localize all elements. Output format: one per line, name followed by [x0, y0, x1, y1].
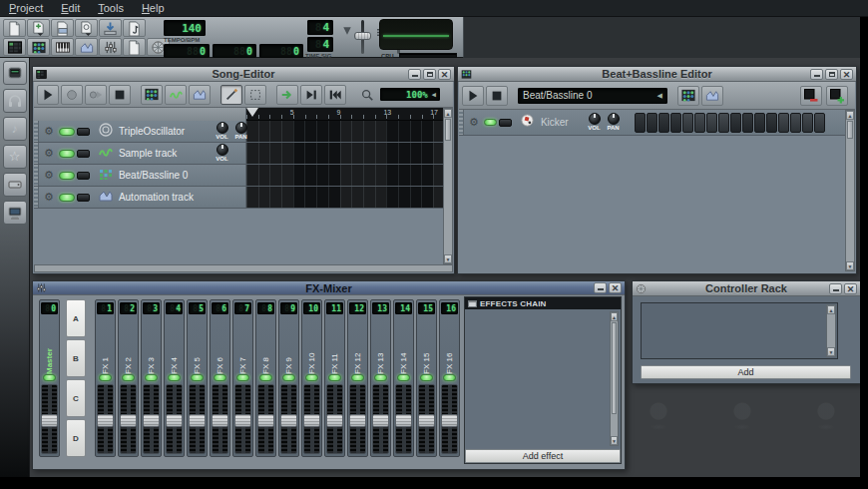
track-name[interactable]: Beat/Bassline 0	[119, 170, 189, 181]
track-grip[interactable]	[34, 143, 39, 164]
beat-step-cell[interactable]	[647, 113, 657, 133]
channel-label[interactable]: FX 5	[193, 318, 202, 374]
vol-knob[interactable]	[589, 113, 601, 125]
beat-step-cell[interactable]	[658, 113, 669, 133]
channel-mute-led[interactable]	[43, 374, 56, 381]
channel-fader[interactable]	[257, 384, 274, 454]
fx-channel-strip[interactable]: 15FX 15	[416, 299, 437, 457]
toggle-project-notes-button[interactable]	[123, 38, 146, 56]
channel-mute-led[interactable]	[305, 374, 318, 381]
fx-channel-strip[interactable]: 11FX 11	[324, 299, 345, 457]
pattern-spinner-icon[interactable]: ◀	[657, 92, 662, 100]
close-button[interactable]: ✕	[438, 69, 451, 80]
minimize-button[interactable]	[408, 69, 421, 80]
record-while-playing-button[interactable]	[85, 85, 107, 105]
close-button[interactable]: ✕	[844, 283, 857, 294]
sidebar-instruments-button[interactable]	[3, 61, 27, 85]
beat-step-cell[interactable]	[682, 113, 693, 133]
play-button[interactable]	[37, 85, 59, 105]
draw-mode-button[interactable]	[220, 85, 242, 105]
channel-mute-led[interactable]	[328, 374, 341, 381]
beat-step-cell[interactable]	[814, 113, 825, 133]
track-gear-icon[interactable]: ⚙	[44, 148, 54, 159]
track-grip[interactable]	[459, 110, 464, 135]
toggle-fx-mixer-button[interactable]	[99, 38, 122, 56]
beat-step-cell[interactable]	[706, 113, 717, 133]
follow-playback-button[interactable]	[276, 85, 298, 105]
track-gear-icon[interactable]: ⚙	[44, 126, 54, 137]
channel-mute-led[interactable]	[236, 374, 249, 381]
controller-list-scrollbar[interactable]: ▲▼	[826, 304, 836, 357]
toggle-song-editor-button[interactable]	[3, 38, 26, 56]
tempo-display[interactable]: 140	[164, 20, 206, 36]
track-gear-icon[interactable]: ⚙	[44, 170, 54, 181]
song-editor-vscrollbar[interactable]: ▲▼	[443, 108, 453, 264]
channel-fader[interactable]	[212, 384, 228, 454]
toggle-bb-editor-button[interactable]	[27, 38, 50, 56]
edit-mode-button[interactable]	[244, 85, 266, 105]
fx-channel-strip[interactable]: 12FX 12	[347, 299, 368, 457]
bb-pattern-selector[interactable]: Beat/Bassline 0 ◀	[518, 88, 667, 104]
beat-step-cell[interactable]	[778, 113, 789, 133]
save-project-button[interactable]	[99, 19, 122, 37]
fx-channel-strip[interactable]: 14FX 14	[393, 299, 414, 457]
beat-step-cell[interactable]	[766, 113, 777, 133]
song-editor-titlebar[interactable]: Song-Editor ✕	[33, 67, 454, 82]
track-name[interactable]: Sample track	[119, 148, 177, 159]
minimize-button[interactable]	[829, 283, 842, 294]
channel-label[interactable]: FX 9	[284, 318, 293, 374]
channel-mute-led[interactable]	[145, 374, 158, 381]
add-bb-track-button[interactable]	[141, 85, 163, 105]
channel-label[interactable]: FX 11	[330, 318, 339, 374]
zoom-spinner-icon[interactable]: ◀	[432, 91, 436, 99]
add-sample-track-button[interactable]	[165, 85, 187, 105]
fx-channel-strip[interactable]: 85FX 5	[187, 299, 208, 457]
open-project-button[interactable]	[51, 19, 74, 37]
add-automation-track-button[interactable]	[189, 85, 211, 105]
channel-fader[interactable]	[441, 384, 458, 454]
song-track-grid[interactable]	[246, 143, 443, 164]
timesig-denominator-display[interactable]: 84	[307, 37, 333, 52]
bb-editor-titlebar[interactable]: Beat+Bassline Editor ✕	[458, 67, 856, 82]
new-project-button[interactable]	[3, 19, 26, 37]
track-name[interactable]: Automation track	[119, 192, 194, 203]
beat-step-cell[interactable]	[802, 113, 813, 133]
track-mute-toggle[interactable]	[59, 150, 90, 158]
track-mute-toggle[interactable]	[59, 172, 90, 180]
channel-label[interactable]: FX 4	[170, 318, 179, 374]
controller-rack-titlebar[interactable]: Controller Rack ✕	[633, 281, 860, 296]
song-editor-hscrollbar[interactable]	[34, 264, 453, 272]
menu-project[interactable]: Project	[0, 1, 52, 15]
channel-label[interactable]: FX 15	[422, 318, 431, 374]
channel-fader[interactable]	[372, 384, 389, 454]
beat-step-cell[interactable]	[718, 113, 729, 133]
song-track-grid[interactable]	[246, 165, 443, 186]
channel-label[interactable]: FX 8	[261, 318, 270, 374]
channel-mute-led[interactable]	[168, 374, 181, 381]
beat-step-cell[interactable]	[742, 113, 753, 133]
timesig-numerator-display[interactable]: 84	[307, 20, 333, 35]
maximize-button[interactable]	[825, 69, 838, 80]
bb-editor-empty-area[interactable]	[459, 137, 845, 271]
effects-chain-scrollbar[interactable]: ▲▼	[610, 311, 619, 446]
fx-channel-strip[interactable]: 16FX 16	[439, 299, 460, 457]
oscilloscope[interactable]	[379, 19, 453, 50]
master-volume-slider[interactable]	[361, 20, 364, 54]
sidebar-computer-button[interactable]	[3, 201, 27, 225]
play-button[interactable]	[462, 86, 484, 106]
channel-mute-led[interactable]	[420, 374, 433, 381]
channel-mute-led[interactable]	[191, 374, 204, 381]
new-from-template-button[interactable]	[27, 19, 50, 37]
effects-chain-list[interactable]: ▲▼	[465, 309, 621, 448]
track-mute-toggle[interactable]	[59, 128, 90, 136]
rewind-to-start-button[interactable]	[324, 85, 346, 105]
effects-chain-header[interactable]: EFFECTS CHAIN	[465, 297, 621, 309]
channel-fader[interactable]	[418, 384, 435, 454]
channel-mute-led[interactable]	[374, 374, 387, 381]
fx-channel-strip[interactable]: 87FX 7	[232, 299, 253, 457]
effects-chain-enable-checkbox[interactable]	[468, 300, 477, 307]
add-steps-button[interactable]	[826, 86, 848, 106]
channel-fader[interactable]	[303, 384, 320, 454]
close-button[interactable]: ✕	[840, 69, 853, 80]
sidebar-samples-button[interactable]	[3, 89, 27, 113]
